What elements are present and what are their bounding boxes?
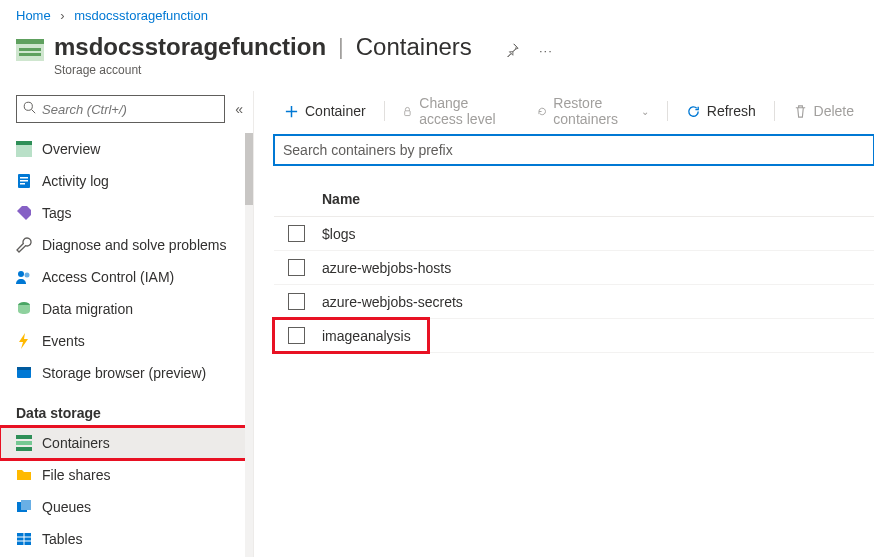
sidebar-item-label: Overview — [42, 141, 100, 157]
sidebar-item-data-migration[interactable]: Data migration — [0, 293, 253, 325]
svg-rect-2 — [19, 48, 41, 51]
sidebar-item-tables[interactable]: Tables — [0, 523, 253, 555]
container-name[interactable]: imageanalysis — [318, 328, 411, 344]
containers-icon — [16, 435, 32, 451]
breadcrumb: Home › msdocsstoragefunction — [0, 0, 874, 27]
sidebar-item-label: Diagnose and solve problems — [42, 237, 226, 253]
svg-rect-0 — [16, 39, 44, 44]
svg-rect-16 — [17, 367, 31, 370]
sidebar-item-overview[interactable]: Overview — [0, 133, 253, 165]
container-name[interactable]: azure-webjobs-hosts — [318, 260, 451, 276]
chevron-right-icon: › — [60, 8, 64, 23]
svg-line-5 — [32, 110, 36, 114]
svg-rect-19 — [16, 447, 32, 451]
svg-rect-18 — [16, 441, 32, 445]
queue-icon — [16, 499, 32, 515]
svg-point-12 — [18, 271, 24, 277]
sidebar-item-label: Tags — [42, 205, 72, 221]
page-header: msdocsstoragefunction | Containers ··· S… — [0, 27, 874, 91]
people-icon — [16, 269, 32, 285]
storage-account-icon — [16, 39, 44, 61]
tag-icon — [16, 205, 32, 221]
scrollbar-thumb[interactable] — [245, 133, 253, 205]
pin-icon[interactable] — [502, 40, 522, 60]
toolbar: Container Change access level Restore co… — [254, 91, 874, 131]
folder-icon — [16, 467, 32, 483]
filter-input[interactable] — [274, 135, 874, 165]
sidebar-item-activity-log[interactable]: Activity log — [0, 165, 253, 197]
sidebar-item-containers[interactable]: Containers — [0, 427, 253, 459]
svg-rect-11 — [20, 183, 25, 185]
sidebar-item-label: Data migration — [42, 301, 133, 317]
svg-rect-10 — [20, 180, 28, 182]
change-access-button[interactable]: Change access level — [392, 95, 522, 127]
sidebar-item-file-shares[interactable]: File shares — [0, 459, 253, 491]
svg-rect-17 — [16, 435, 32, 439]
sidebar-search-input[interactable] — [42, 102, 218, 117]
svg-point-13 — [25, 273, 30, 278]
sidebar-item-label: Events — [42, 333, 85, 349]
browser-icon — [16, 365, 32, 381]
migration-icon — [16, 301, 32, 317]
sidebar-item-label: Storage browser (preview) — [42, 365, 206, 381]
search-icon — [23, 101, 36, 117]
svg-point-4 — [24, 102, 32, 110]
svg-rect-7 — [16, 145, 32, 157]
lightning-icon — [16, 333, 32, 349]
page-title: msdocsstoragefunction — [54, 33, 326, 61]
sidebar-search[interactable] — [16, 95, 225, 123]
column-name[interactable]: Name — [318, 191, 360, 207]
row-checkbox[interactable] — [288, 293, 305, 310]
storage-icon — [16, 141, 32, 157]
sidebar-item-queues[interactable]: Queues — [0, 491, 253, 523]
sidebar-section-data-storage: Data storage — [0, 389, 253, 427]
sidebar: « Overview Activity log Tags Diagnose an… — [0, 91, 254, 557]
sidebar-item-label: Tables — [42, 531, 82, 547]
svg-rect-26 — [405, 110, 410, 115]
delete-button[interactable]: Delete — [783, 95, 864, 127]
sidebar-item-label: File shares — [42, 467, 110, 483]
add-container-button[interactable]: Container — [274, 95, 376, 127]
svg-rect-6 — [16, 141, 32, 145]
chevron-down-icon: ⌄ — [641, 106, 649, 117]
container-name[interactable]: $logs — [318, 226, 355, 242]
collapse-sidebar-icon[interactable]: « — [235, 101, 243, 117]
svg-rect-9 — [20, 177, 28, 179]
container-name[interactable]: azure-webjobs-secrets — [318, 294, 463, 310]
sidebar-item-label: Containers — [42, 435, 110, 451]
restore-containers-button[interactable]: Restore containers ⌄ — [527, 95, 659, 127]
table-icon — [16, 531, 32, 547]
row-checkbox[interactable] — [288, 327, 305, 344]
containers-table: Name $logs azure-webjobs-hosts azure-web… — [274, 181, 874, 353]
table-row[interactable]: imageanalysis — [274, 319, 874, 353]
table-row[interactable]: $logs — [274, 217, 874, 251]
svg-rect-3 — [19, 53, 41, 56]
svg-rect-1 — [16, 44, 44, 61]
sidebar-item-label: Access Control (IAM) — [42, 269, 174, 285]
sidebar-item-events[interactable]: Events — [0, 325, 253, 357]
wrench-icon — [16, 237, 32, 253]
row-checkbox[interactable] — [288, 225, 305, 242]
sidebar-item-tags[interactable]: Tags — [0, 197, 253, 229]
page-subtitle: Storage account — [54, 63, 556, 77]
refresh-button[interactable]: Refresh — [676, 95, 766, 127]
sidebar-item-storage-browser[interactable]: Storage browser (preview) — [0, 357, 253, 389]
svg-rect-21 — [21, 500, 31, 510]
table-row[interactable]: azure-webjobs-secrets — [274, 285, 874, 319]
breadcrumb-current[interactable]: msdocsstoragefunction — [74, 8, 208, 23]
sidebar-item-label: Activity log — [42, 173, 109, 189]
sidebar-item-label: Queues — [42, 499, 91, 515]
table-header-row: Name — [274, 181, 874, 217]
main-panel: Container Change access level Restore co… — [254, 91, 874, 557]
more-icon[interactable]: ··· — [536, 40, 556, 60]
page-section: Containers — [356, 33, 472, 61]
table-row[interactable]: azure-webjobs-hosts — [274, 251, 874, 285]
breadcrumb-home[interactable]: Home — [16, 8, 51, 23]
sidebar-item-diagnose[interactable]: Diagnose and solve problems — [0, 229, 253, 261]
sidebar-item-iam[interactable]: Access Control (IAM) — [0, 261, 253, 293]
row-checkbox[interactable] — [288, 259, 305, 276]
log-icon — [16, 173, 32, 189]
